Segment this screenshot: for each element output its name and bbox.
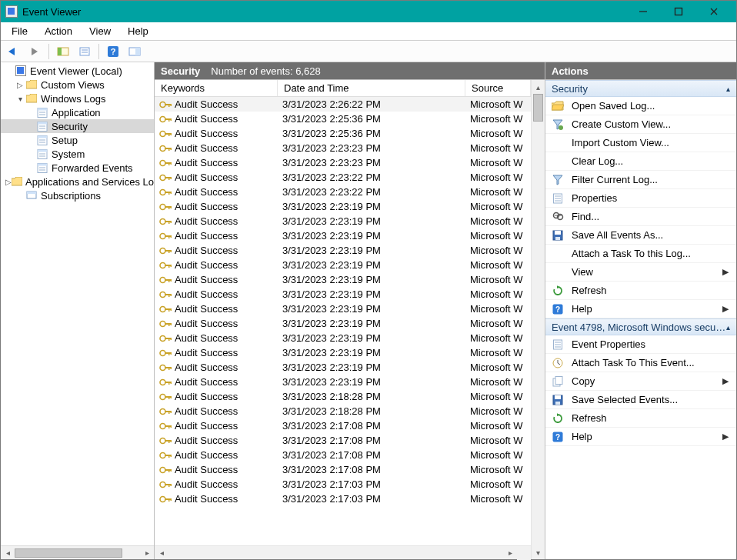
menu-action[interactable]: Action bbox=[37, 23, 80, 39]
back-button[interactable] bbox=[4, 43, 22, 60]
tree-apps-services[interactable]: ▷ Applications and Services Lo bbox=[1, 175, 154, 188]
chevron-down-icon[interactable]: ▾ bbox=[15, 95, 25, 103]
list-log-name: Security bbox=[161, 65, 200, 77]
maximize-button[interactable] bbox=[661, 1, 696, 22]
svg-rect-175 bbox=[555, 395, 561, 399]
event-row[interactable]: Audit Success3/31/2023 2:23:19 PMMicroso… bbox=[155, 243, 531, 258]
event-row[interactable]: Audit Success3/31/2023 2:17:03 PMMicroso… bbox=[155, 477, 531, 492]
minimize-button[interactable] bbox=[625, 1, 661, 22]
event-row[interactable]: Audit Success3/31/2023 2:23:19 PMMicroso… bbox=[155, 287, 531, 302]
column-keywords[interactable]: Keywords bbox=[155, 80, 278, 96]
event-row[interactable]: Audit Success3/31/2023 2:17:03 PMMicroso… bbox=[155, 492, 531, 506]
action-refresh[interactable]: Refresh bbox=[545, 409, 736, 428]
scroll-right-icon[interactable]: ▸ bbox=[503, 548, 517, 557]
action-attach-task-to-this-event[interactable]: Attach Task To This Event... bbox=[545, 354, 736, 372]
event-row[interactable]: Audit Success3/31/2023 2:23:19 PMMicroso… bbox=[155, 272, 531, 287]
scroll-right-icon[interactable]: ▸ bbox=[140, 548, 154, 557]
forward-button[interactable] bbox=[25, 43, 44, 60]
event-row[interactable]: Audit Success3/31/2023 2:17:08 PMMicroso… bbox=[155, 462, 531, 477]
tree-log-forwarded-events[interactable]: Forwarded Events bbox=[1, 161, 154, 175]
action-help[interactable]: ?Help▶ bbox=[545, 428, 736, 446]
event-row[interactable]: Audit Success3/31/2023 2:23:22 PMMicroso… bbox=[155, 185, 531, 199]
event-row[interactable]: Audit Success3/31/2023 2:23:19 PMMicroso… bbox=[155, 228, 531, 243]
action-create-custom-view[interactable]: Create Custom View... bbox=[545, 115, 736, 134]
menu-view[interactable]: View bbox=[82, 23, 118, 39]
log-icon bbox=[36, 148, 48, 160]
svg-rect-1 bbox=[675, 8, 682, 15]
action-properties[interactable]: Properties bbox=[545, 189, 736, 208]
list-horizontal-scrollbar[interactable]: ◂ ▸ bbox=[155, 545, 531, 559]
action-copy[interactable]: Copy▶ bbox=[545, 372, 736, 391]
action-find[interactable]: Find... bbox=[545, 208, 736, 226]
actions-group-event[interactable]: Event 4798, Microsoft Windows security..… bbox=[545, 318, 736, 335]
tree-subscriptions[interactable]: Subscriptions bbox=[1, 188, 154, 202]
scrollbar-thumb[interactable] bbox=[533, 94, 543, 122]
action-save-selected-events[interactable]: Save Selected Events... bbox=[545, 391, 736, 409]
action-import-custom-view[interactable]: Import Custom View... bbox=[545, 134, 736, 152]
show-tree-button[interactable] bbox=[54, 43, 72, 60]
scroll-down-icon[interactable]: ▾ bbox=[532, 545, 545, 559]
tree-log-security[interactable]: Security bbox=[1, 119, 154, 133]
scroll-up-icon[interactable]: ▴ bbox=[532, 80, 545, 94]
event-row[interactable]: Audit Success3/31/2023 2:23:19 PMMicroso… bbox=[155, 302, 531, 316]
event-row[interactable]: Audit Success3/31/2023 2:23:19 PMMicroso… bbox=[155, 345, 531, 360]
svg-rect-57 bbox=[168, 162, 170, 165]
column-date[interactable]: Date and Time bbox=[278, 80, 465, 96]
action-view[interactable]: View▶ bbox=[545, 263, 736, 282]
svg-point-99 bbox=[160, 321, 165, 326]
tree-custom-views[interactable]: ▷ Custom Views bbox=[1, 78, 154, 92]
scrollbar-thumb[interactable] bbox=[15, 548, 122, 558]
action-filter-current-log[interactable]: Filter Current Log... bbox=[545, 171, 736, 189]
tree-windows-logs[interactable]: ▾ Windows Logs bbox=[1, 92, 154, 105]
tree-horizontal-scrollbar[interactable]: ◂ ▸ bbox=[1, 545, 154, 559]
tree-log-application[interactable]: Application bbox=[1, 105, 154, 119]
panel-toggle-button[interactable] bbox=[125, 43, 144, 60]
chevron-right-icon[interactable]: ▷ bbox=[15, 81, 25, 89]
event-row[interactable]: Audit Success3/31/2023 2:17:08 PMMicroso… bbox=[155, 448, 531, 462]
scroll-left-icon[interactable]: ◂ bbox=[155, 548, 168, 557]
action-help[interactable]: ?Help▶ bbox=[545, 300, 736, 318]
action-clear-log[interactable]: Clear Log... bbox=[545, 152, 736, 171]
titlebar[interactable]: Event Viewer bbox=[1, 1, 736, 22]
event-row[interactable]: Audit Success3/31/2023 2:23:19 PMMicroso… bbox=[155, 214, 531, 228]
close-button[interactable] bbox=[696, 1, 732, 22]
chevron-right-icon[interactable]: ▷ bbox=[5, 178, 12, 186]
event-row[interactable]: Audit Success3/31/2023 2:23:23 PMMicroso… bbox=[155, 141, 531, 155]
event-row[interactable]: Audit Success3/31/2023 2:23:19 PMMicroso… bbox=[155, 360, 531, 375]
list-vertical-scrollbar[interactable]: ▴ ▾ bbox=[531, 80, 545, 559]
event-row[interactable]: Audit Success3/31/2023 2:23:19 PMMicroso… bbox=[155, 316, 531, 331]
collapse-icon[interactable]: ▴ bbox=[726, 323, 730, 332]
event-row[interactable]: Audit Success3/31/2023 2:26:22 PMMicroso… bbox=[155, 97, 531, 112]
action-refresh[interactable]: Refresh bbox=[545, 282, 736, 300]
properties-button[interactable] bbox=[75, 43, 94, 60]
svg-rect-142 bbox=[171, 469, 172, 472]
action-attach-a-task-to-this-log[interactable]: Attach a Task To this Log... bbox=[545, 245, 736, 263]
scroll-left-icon[interactable]: ◂ bbox=[1, 548, 15, 557]
event-row[interactable]: Audit Success3/31/2023 2:23:19 PMMicroso… bbox=[155, 331, 531, 345]
event-row[interactable]: Audit Success3/31/2023 2:25:36 PMMicroso… bbox=[155, 112, 531, 126]
event-row[interactable]: Audit Success3/31/2023 2:25:36 PMMicroso… bbox=[155, 126, 531, 141]
event-row[interactable]: Audit Success3/31/2023 2:17:08 PMMicroso… bbox=[155, 433, 531, 448]
menu-file[interactable]: File bbox=[4, 23, 35, 39]
event-row[interactable]: Audit Success3/31/2023 2:23:19 PMMicroso… bbox=[155, 258, 531, 272]
tree-log-setup[interactable]: Setup bbox=[1, 133, 154, 147]
event-row[interactable]: Audit Success3/31/2023 2:23:19 PMMicroso… bbox=[155, 199, 531, 214]
collapse-icon[interactable]: ▴ bbox=[726, 85, 730, 93]
action-save-all-events-as[interactable]: Save All Events As... bbox=[545, 226, 736, 245]
menu-help[interactable]: Help bbox=[120, 23, 156, 39]
action-open-saved-log[interactable]: Open Saved Log... bbox=[545, 97, 736, 115]
help-button[interactable]: ? bbox=[104, 43, 122, 60]
tree-log-system[interactable]: System bbox=[1, 147, 154, 161]
column-source[interactable]: Source bbox=[465, 80, 531, 96]
event-row[interactable]: Audit Success3/31/2023 2:18:28 PMMicroso… bbox=[155, 389, 531, 404]
action-event-properties[interactable]: Event Properties bbox=[545, 335, 736, 354]
event-row[interactable]: Audit Success3/31/2023 2:23:19 PMMicroso… bbox=[155, 375, 531, 389]
event-row[interactable]: Audit Success3/31/2023 2:23:22 PMMicroso… bbox=[155, 170, 531, 185]
actions-group-security[interactable]: Security ▴ bbox=[545, 80, 736, 97]
cell-source: Microsoft W bbox=[465, 420, 531, 432]
toolbar: ? bbox=[1, 41, 736, 62]
event-row[interactable]: Audit Success3/31/2023 2:23:23 PMMicroso… bbox=[155, 155, 531, 170]
event-row[interactable]: Audit Success3/31/2023 2:18:28 PMMicroso… bbox=[155, 404, 531, 418]
event-row[interactable]: Audit Success3/31/2023 2:17:08 PMMicroso… bbox=[155, 418, 531, 433]
tree-root[interactable]: Event Viewer (Local) bbox=[1, 64, 154, 78]
